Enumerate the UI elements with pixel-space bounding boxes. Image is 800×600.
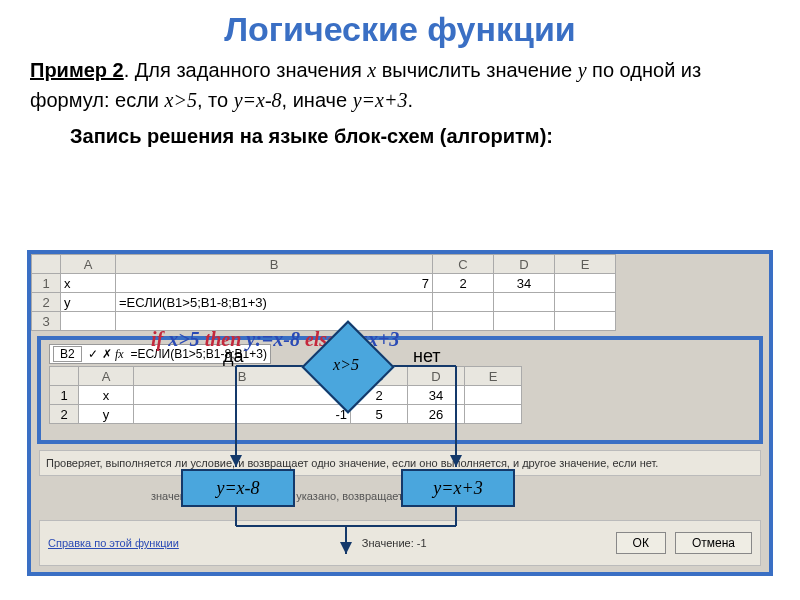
row-header[interactable]: 2 — [32, 293, 61, 312]
cell[interactable]: 2 — [433, 274, 494, 293]
row-header[interactable]: 1 — [50, 386, 79, 405]
row-header[interactable]: 2 — [50, 405, 79, 424]
t: , иначе — [282, 89, 353, 111]
page-title: Логические функции — [0, 0, 800, 55]
eq1l: y= — [234, 89, 256, 111]
ok-button[interactable]: ОК — [616, 532, 666, 554]
cond: x>5 — [165, 89, 197, 111]
var-x: x — [367, 59, 376, 81]
col-header[interactable]: D — [408, 367, 465, 386]
problem-text: Пример 2. Для заданного значения x вычис… — [0, 55, 800, 115]
cell[interactable] — [555, 293, 616, 312]
eq2l: y= — [353, 89, 375, 111]
code-line: if x>5 then y:=x-8 else y:=x+3 — [151, 328, 399, 351]
cell[interactable]: 34 — [408, 386, 465, 405]
cell[interactable]: 34 — [494, 274, 555, 293]
cell[interactable]: 7 — [116, 274, 433, 293]
kw-else: else — [305, 328, 336, 350]
cell[interactable] — [555, 274, 616, 293]
code-a1: y:=x-8 — [246, 328, 300, 350]
eq1r: x-8 — [256, 89, 282, 111]
corner — [50, 367, 79, 386]
cell-ref[interactable]: B2 — [53, 346, 82, 362]
fx-icon[interactable]: fx — [115, 347, 124, 361]
col-header[interactable]: E — [465, 367, 522, 386]
var-y: y — [578, 59, 587, 81]
cell[interactable]: y — [79, 405, 134, 424]
cell[interactable]: x — [79, 386, 134, 405]
cell[interactable] — [494, 312, 555, 331]
cancel-button[interactable]: Отмена — [675, 532, 752, 554]
row-header[interactable]: 1 — [32, 274, 61, 293]
t: . — [407, 89, 413, 111]
kw-if: if — [151, 328, 163, 350]
help-text: Проверяет, выполняется ли условие, и воз… — [39, 450, 761, 476]
cell[interactable] — [555, 312, 616, 331]
value-display: Значение: -1 — [362, 537, 427, 549]
cell[interactable]: x — [61, 274, 116, 293]
code-cond: x>5 — [168, 328, 199, 350]
col-header[interactable]: C — [351, 367, 408, 386]
example-label: Пример 2 — [30, 59, 124, 81]
main-area: A B C D E 1 x 7 2 34 2 y =ЕСЛИ(B1>5;B1-8… — [27, 250, 773, 576]
code-a2: y:=x+3 — [341, 328, 399, 350]
cell[interactable]: 5 — [351, 405, 408, 424]
cell[interactable]: 26 — [408, 405, 465, 424]
cell[interactable]: 2 — [351, 386, 408, 405]
t: вычислить значение — [376, 59, 577, 81]
col-header[interactable]: C — [433, 255, 494, 274]
cell[interactable] — [465, 386, 522, 405]
help-link[interactable]: Справка по этой функции — [48, 537, 179, 549]
row-header[interactable]: 3 — [32, 312, 61, 331]
col-header[interactable]: A — [79, 367, 134, 386]
hint-text: значение ИСТИНА. Если не указано, возвра… — [151, 490, 759, 502]
dialog-footer: Справка по этой функции Значение: -1 ОК … — [39, 520, 761, 566]
col-header[interactable]: B — [116, 255, 433, 274]
cell[interactable] — [465, 405, 522, 424]
cell[interactable] — [494, 293, 555, 312]
col-header[interactable]: B — [134, 367, 351, 386]
cell-formula[interactable]: =ЕСЛИ(B1>5;B1-8;B1+3) — [116, 293, 433, 312]
spreadsheet-inner: A B C D E 1 x 7 2 34 2 y -1 5 26 — [49, 366, 522, 424]
cell[interactable] — [433, 312, 494, 331]
corner — [32, 255, 61, 274]
inner-frame: B2 ✓ ✗ fx =ЕСЛИ(B1>5;B1-8;B1+3) if x>5 t… — [37, 336, 763, 444]
t: , то — [197, 89, 234, 111]
cell[interactable] — [433, 293, 494, 312]
caption: Запись решения на языке блок-схем (алгор… — [0, 115, 800, 154]
col-header[interactable]: E — [555, 255, 616, 274]
cell[interactable] — [61, 312, 116, 331]
cell[interactable]: 7 — [134, 386, 351, 405]
eq2r: x+3 — [375, 89, 407, 111]
col-header[interactable]: A — [61, 255, 116, 274]
kw-then: then — [205, 328, 242, 350]
t: . Для заданного значения — [124, 59, 368, 81]
spreadsheet-outer: A B C D E 1 x 7 2 34 2 y =ЕСЛИ(B1>5;B1-8… — [31, 254, 616, 331]
cell[interactable]: -1 — [134, 405, 351, 424]
cell[interactable]: y — [61, 293, 116, 312]
col-header[interactable]: D — [494, 255, 555, 274]
